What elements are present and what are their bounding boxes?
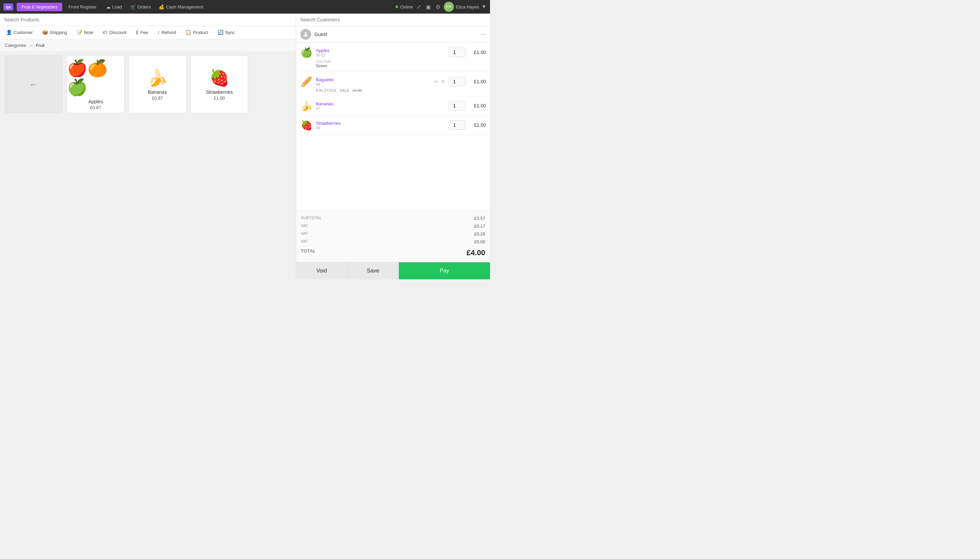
left-panel: 👤 Customer 📦 Shipping 📝 Note 🏷 Discount … xyxy=(0,13,296,280)
bananas-emoji: 🍌 xyxy=(147,68,167,87)
topnav-tab-register[interactable]: Front Register xyxy=(64,3,101,11)
apples-emoji: 🍎🍊🍏 xyxy=(67,59,124,97)
order-item-strawberries: 🍓 Strawberries 39 £1.00 xyxy=(296,116,490,135)
search-products-bar[interactable] xyxy=(0,13,296,26)
action-note[interactable]: 📝 Note xyxy=(72,26,98,39)
guest-row: Guest — xyxy=(296,26,490,43)
main-layout: 👤 Customer 📦 Shipping 📝 Note 🏷 Discount … xyxy=(0,13,490,280)
action-refund[interactable]: ↕ Refund xyxy=(153,26,181,39)
strawberries-item-image: 🍓 xyxy=(300,119,312,131)
strawberries-item-sku: 39 xyxy=(316,126,445,130)
product-apples[interactable]: 🍎🍊🍏 Apples £0.87 xyxy=(66,55,124,113)
action-discount[interactable]: 🏷 Discount xyxy=(98,26,131,39)
topnav-right: Online ⤢ ▣ ⚙ EH Eliza Hayes ▼ xyxy=(395,2,487,12)
sync-icon: 🔄 xyxy=(217,30,224,35)
search-customers-input[interactable] xyxy=(300,17,486,22)
strawberries-item-info: Strawberries 39 xyxy=(316,121,445,130)
action-customer[interactable]: 👤 Customer xyxy=(2,26,37,39)
bananas-item-sku: 37 xyxy=(316,106,445,111)
vat-value-3: £0.00 xyxy=(474,239,485,244)
bananas-item-info: Bananas 37 xyxy=(316,101,445,111)
fullscreen-icon[interactable]: ⤢ xyxy=(415,2,422,12)
money-icon: 💰 xyxy=(159,5,164,10)
topnav-orders[interactable]: 🛒 Orders xyxy=(127,3,154,11)
action-sync[interactable]: 🔄 Sync xyxy=(213,26,240,39)
right-panel: Guest — 🍏 Apples 20-22 £1.00 COLOUR Gr xyxy=(296,13,490,280)
app-logo: qe xyxy=(3,3,13,10)
apples-item-name[interactable]: Apples xyxy=(316,48,445,53)
guest-name: Guest xyxy=(315,31,477,37)
baguette-sale-price: £2.00 xyxy=(352,88,362,93)
action-fee[interactable]: £ Fee xyxy=(131,26,153,39)
back-button[interactable]: ← xyxy=(5,55,63,113)
apples-item-sku: 20-22 xyxy=(316,53,445,57)
breadcrumb-parent[interactable]: Categories xyxy=(5,43,26,48)
baguette-remove-button[interactable]: ✕ xyxy=(441,79,445,84)
baguette-item-image: 🥖 xyxy=(300,75,312,88)
action-product[interactable]: 📋 Product xyxy=(181,26,213,39)
topnav-cash-management[interactable]: 💰 Cash Management xyxy=(156,3,207,11)
order-item-bananas: 🍌 Bananas 37 £1.00 xyxy=(296,96,490,116)
baguette-item-name[interactable]: Baguette xyxy=(316,77,429,82)
bananas-item-name[interactable]: Bananas xyxy=(316,101,445,106)
breadcrumb: Categories → Fruit xyxy=(0,40,296,51)
settings-icon[interactable]: ⚙ xyxy=(434,2,442,12)
avatar[interactable]: EH xyxy=(444,2,454,12)
product-strawberries[interactable]: 🍓 Strawberries £1.00 xyxy=(191,55,248,113)
bananas-item-price: £1.00 xyxy=(469,103,486,108)
save-button[interactable]: Save xyxy=(348,262,399,280)
vat-value-2: £0.26 xyxy=(474,232,485,237)
bananas-qty-input[interactable] xyxy=(449,101,466,111)
strawberries-qty-input[interactable] xyxy=(449,120,466,130)
product-bananas[interactable]: 🍌 Bananas £0.87 xyxy=(129,55,186,113)
strawberries-item-price: £1.00 xyxy=(469,122,486,128)
colour-label: COLOUR xyxy=(316,60,486,64)
void-button[interactable]: Void xyxy=(296,262,348,280)
strawberries-name: Strawberries xyxy=(206,89,233,95)
customer-icon: 👤 xyxy=(6,30,12,35)
strawberries-item-name[interactable]: Strawberries xyxy=(316,121,445,126)
total-value: £4.00 xyxy=(466,248,485,257)
back-arrow-icon: ← xyxy=(29,79,38,90)
subtotal-label: SUBTOTAL xyxy=(301,216,322,221)
baguette-edit-button[interactable]: ✏ xyxy=(434,79,438,84)
fee-icon: £ xyxy=(136,30,139,35)
baguette-item-actions: ✏ ✕ xyxy=(434,79,445,84)
vat-label-3: VAT xyxy=(301,239,308,244)
vat-value-1: £0.17 xyxy=(474,223,485,229)
baguette-item-sku: 44 xyxy=(316,82,429,86)
topnav-load[interactable]: ☁ Load xyxy=(103,3,126,11)
apples-item-price: £1.00 xyxy=(469,50,486,55)
colour-value: Green xyxy=(316,64,486,68)
subtotal-value: £3.57 xyxy=(474,216,485,221)
online-dot-icon xyxy=(395,5,398,8)
user-menu-icon[interactable]: ▼ xyxy=(481,4,487,10)
search-customers-bar[interactable] xyxy=(296,13,490,26)
baguette-stock-count: 8 IN STOCK xyxy=(316,88,337,93)
order-items: 🍏 Apples 20-22 £1.00 COLOUR Green 🥖 xyxy=(296,43,490,211)
action-shipping[interactable]: 📦 Shipping xyxy=(37,26,72,39)
svg-point-0 xyxy=(305,32,307,34)
product-icon: 📋 xyxy=(185,30,191,35)
guest-avatar xyxy=(300,29,311,40)
monitor-icon[interactable]: ▣ xyxy=(425,2,432,12)
apples-item-info: Apples 20-22 xyxy=(316,48,445,57)
total-label: TOTAL xyxy=(301,248,315,257)
guest-remove-button[interactable]: — xyxy=(481,31,486,37)
pay-button[interactable]: Pay xyxy=(399,262,490,280)
search-products-input[interactable] xyxy=(4,17,292,22)
baguette-qty-input[interactable] xyxy=(449,77,466,86)
total-row: TOTAL £4.00 xyxy=(301,246,485,259)
bananas-name: Bananas xyxy=(148,89,167,95)
vat-row-3: VAT £0.00 xyxy=(301,238,485,246)
breadcrumb-current: Fruit xyxy=(36,43,45,48)
user-name: Eliza Hayes xyxy=(456,5,479,10)
baguette-item-info: Baguette 44 xyxy=(316,77,429,86)
apples-qty-input[interactable] xyxy=(449,48,466,57)
bananas-price: £0.87 xyxy=(152,96,163,101)
bananas-item-image: 🍌 xyxy=(300,99,312,112)
topnav-tab-store[interactable]: Fruit & Vegetables xyxy=(17,3,62,11)
vat-row-2: VAT £0.26 xyxy=(301,230,485,238)
order-item-baguette: 🥖 Baguette 44 ✏ ✕ £1.00 8 IN STOCK S xyxy=(296,72,490,96)
note-icon: 📝 xyxy=(76,30,82,35)
